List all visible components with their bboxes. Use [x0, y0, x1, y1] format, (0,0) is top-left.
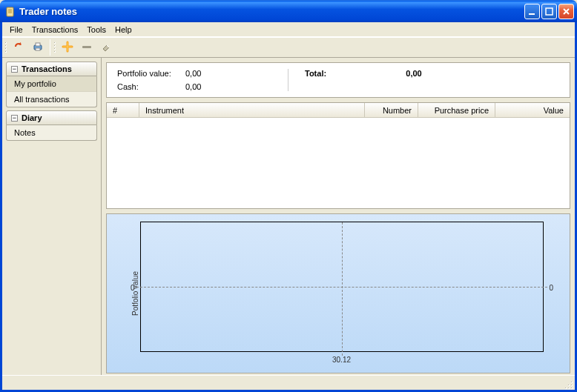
menu-tools[interactable]: Tools: [82, 24, 111, 36]
total-label: Total:: [305, 69, 373, 78]
chart-y-axis-label: Potfolio value: [131, 271, 139, 316]
summary-panel: Portfolio value: 0,00 Cash: 0,00 Total: …: [106, 62, 570, 98]
minus-icon: [81, 41, 93, 54]
sidebar-panel-transactions: − Transactions My portfolio All transact…: [6, 62, 97, 107]
sidebar-header-diary[interactable]: − Diary: [6, 110, 97, 125]
toolbar: [2, 37, 575, 58]
col-price[interactable]: Purchase price: [418, 103, 495, 117]
status-bar: [2, 375, 575, 390]
app-icon: [4, 6, 16, 18]
svg-rect-8: [36, 48, 40, 50]
sidebar: − Transactions My portfolio All transact…: [2, 58, 102, 375]
cash-amount: 0,00: [185, 82, 237, 91]
portfolio-value-amount: 0,00: [185, 69, 237, 78]
maximize-button[interactable]: [541, 4, 557, 19]
refresh-icon: [13, 41, 24, 54]
chart-panel: Potfolio value 0 0 30.12: [106, 213, 570, 373]
collapse-icon: −: [11, 115, 18, 122]
add-button[interactable]: [59, 39, 76, 56]
col-value[interactable]: Value: [495, 103, 570, 117]
svg-rect-4: [529, 13, 535, 15]
toolbar-separator: [50, 39, 50, 56]
resize-grip[interactable]: [563, 379, 573, 390]
chart-ytick-right: 0: [549, 284, 553, 292]
clear-button[interactable]: [97, 39, 115, 56]
print-button[interactable]: [29, 39, 47, 56]
col-num[interactable]: #: [107, 103, 139, 117]
eraser-icon: [100, 41, 112, 54]
sidebar-item-all-transactions[interactable]: All transactions: [7, 92, 96, 107]
portfolio-value-label: Portfolio value:: [117, 69, 185, 78]
holdings-table: # Instrument Number Purchase price Value: [106, 102, 570, 209]
svg-rect-7: [36, 43, 40, 46]
table-body[interactable]: [107, 118, 570, 208]
svg-rect-5: [546, 8, 553, 15]
svg-rect-0: [7, 7, 13, 16]
title-bar: Trader notes: [0, 0, 577, 22]
chart-xtick: 30.12: [332, 356, 351, 364]
cash-label: Cash:: [117, 82, 185, 91]
collapse-icon: −: [11, 66, 18, 73]
sidebar-item-my-portfolio[interactable]: My portfolio: [7, 76, 96, 92]
svg-rect-9: [82, 46, 91, 48]
chart-ytick-left: 0: [131, 284, 135, 292]
minimize-button[interactable]: [524, 4, 540, 19]
window-title: Trader notes: [19, 6, 524, 17]
col-instrument[interactable]: Instrument: [139, 103, 365, 117]
sidebar-item-label: All transactions: [14, 95, 70, 104]
sidebar-header-label: Diary: [22, 113, 42, 122]
sidebar-item-label: My portfolio: [14, 79, 56, 88]
remove-button[interactable]: [78, 39, 96, 56]
printer-icon: [32, 41, 44, 54]
menu-help[interactable]: Help: [111, 24, 136, 36]
sidebar-item-label: Notes: [14, 128, 36, 137]
window-controls: [524, 4, 574, 19]
plus-icon: [62, 41, 73, 54]
refresh-button[interactable]: [10, 39, 27, 56]
menu-transactions[interactable]: Transactions: [27, 24, 83, 36]
sidebar-panel-diary: − Diary Notes: [6, 110, 97, 141]
sidebar-item-notes[interactable]: Notes: [7, 125, 96, 140]
table-header: # Instrument Number Purchase price Value: [107, 103, 570, 118]
sidebar-header-transactions[interactable]: − Transactions: [6, 62, 97, 76]
menu-file[interactable]: File: [5, 24, 27, 36]
chart-plot-area[interactable]: [140, 222, 544, 352]
col-number[interactable]: Number: [365, 103, 418, 117]
total-amount: 0,00: [373, 69, 455, 78]
chart-vgrid: [342, 222, 343, 356]
menu-bar: File Transactions Tools Help: [2, 22, 575, 37]
close-button[interactable]: [558, 4, 574, 19]
summary-divider: [288, 69, 288, 91]
toolbar-grip[interactable]: [4, 39, 9, 56]
sidebar-header-label: Transactions: [22, 64, 72, 73]
toolbar-grip-2[interactable]: [53, 39, 58, 56]
